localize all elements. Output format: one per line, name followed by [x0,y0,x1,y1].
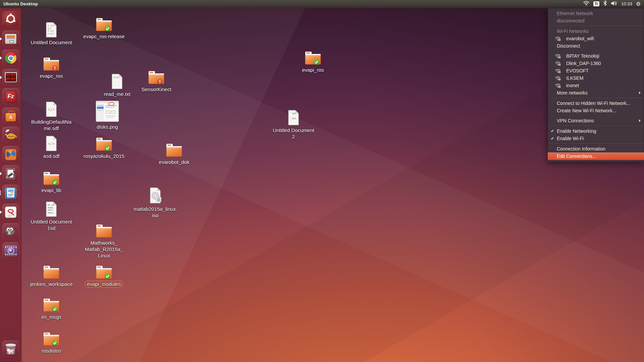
folder-icon [136,70,176,85]
wifi-icon[interactable] [583,1,590,7]
menu-separator [548,98,644,98]
bluetooth-icon[interactable] [603,0,607,7]
text-editor-icon [5,168,16,179]
icon-label: Untitled Document2 [255,127,332,140]
menu-item-dlink-dap-1360[interactable]: Dlink_DAP-1360 [548,60,644,67]
menu-item-connect-to-hidden-wi-fi-network[interactable]: Connect to Hidden Wi-Fi Network... [548,100,644,107]
folder-icon [293,51,333,66]
desktop-icon-im-msgs[interactable]: im_msgs [31,298,71,320]
network-menu: Ethernet NetworkdisconnectedWi-Fi Networ… [548,8,644,162]
launcher-item-swirl-app[interactable] [2,146,19,163]
menu-item-label: Wi-Fi Networks [557,28,589,34]
volume-icon[interactable] [611,1,618,7]
check-emblem [52,340,58,347]
launcher-item-trash[interactable] [2,341,19,357]
menu-item-label: Connect to Hidden Wi-Fi Network... [557,101,630,106]
menu-item-create-new-wi-fi-network[interactable]: Create New Wi-Fi Network... [548,107,644,114]
desktop-icon-untitled-document[interactable]: ''BDF''ROSUntitled Document2 [273,110,314,140]
menu-item-label: EVOSOFT [566,68,589,73]
menu-item-label: More networks [557,90,588,96]
session-gear-icon[interactable]: ⚙ [636,1,641,7]
desktop-icon-evapc-ros-release[interactable]: evapc_ros-release [84,17,124,40]
menu-item-enable-networking[interactable]: ✔Enable Networking [548,127,644,135]
menu-item-label: inonet [566,83,579,88]
launcher-item-text-editor[interactable] [2,165,19,182]
desktop-icon-rosyazokulu-2015[interactable]: rosyazokulu_2015 [84,137,124,160]
software-center-icon: A [5,110,16,121]
desktop-icon-evapc-ros[interactable]: evapc_ros [31,57,71,79]
launcher-item-video-editor[interactable] [2,242,19,259]
icon-label: Untitled Document [13,39,90,46]
menu-item-disconnect[interactable]: Disconnect [548,42,644,50]
check-emblem [105,274,110,281]
desktop-icon-evapi-lib[interactable]: evapi_lib [31,171,71,194]
video-editor-icon [5,245,17,256]
icon-label: evapi_lib [13,187,90,194]
folder-icon [84,137,124,152]
icon-label: evapc_ros [13,72,90,79]
menu-spacer [548,50,644,52]
launcher-item-terminal[interactable]: ›››› [2,69,19,86]
icon-label: evapi_ros [274,66,352,73]
menu-item-evarobot-wifi[interactable]: evarobot_wifi [548,35,644,42]
menu-item-label: Edit Connections... [557,154,596,159]
launcher-item-genie-lamp[interactable] [2,127,19,143]
desktop-icon-sensorkinect[interactable]: SensorKinect [136,70,176,93]
desktop-icon-mathworks-[interactable]: Mathworks_Matlab_R2015a_Linux [84,224,124,259]
document-viewer-icon [5,206,16,218]
running-indicator-arrow [0,172,2,175]
check-emblem [314,59,319,66]
icon-label: evarobot_dok [136,159,213,166]
menu-item-vpn-connections[interactable]: VPN Connections [548,117,644,124]
menu-item-ethernet-network: Ethernet Network [548,10,644,17]
menu-item-more-networks[interactable]: More networks [548,89,644,97]
libreoffice-writer-icon [5,187,16,199]
launcher-item-filezilla[interactable]: Fz [2,88,19,105]
running-indicator-pips [0,191,1,195]
desktop-icon-untitled-document[interactable]: ## p#####;##FI!####;Untitled Document1sd [31,201,71,232]
launcher-item-document-viewer[interactable] [2,204,19,221]
menu-item-biltay-teknoloji[interactable]: BilTAY Teknoloji [548,52,644,60]
system-tray: Tr 10:33 ⚙ [583,0,644,7]
swirl-app-icon [5,149,16,160]
menu-item-label: evarobot_wifi [566,36,594,41]
launcher-item-ubuntu-dash[interactable] [2,11,19,28]
launcher-item-software-center[interactable]: A [2,108,19,124]
running-indicator-arrow [0,56,2,60]
folder-icon [154,143,194,158]
checkmark-icon: ✔ [551,135,554,142]
launcher-item-files[interactable] [2,31,19,47]
menu-item-evosoft[interactable]: EVOSOFT [548,67,644,74]
menu-item-inonet[interactable]: inonet [548,82,644,89]
desktop-icon-matlab2015a-linux-[interactable]: matlab2015a_linux.iso [135,187,175,219]
text-icon: ## p#####;##FI!####; [31,201,71,218]
check-emblem [52,180,58,187]
launcher-item-gimp[interactable] [2,223,19,240]
folder-icon [31,298,71,313]
menu-item-enable-wi-fi[interactable]: ✔Enable Wi-Fi [548,135,644,142]
keyboard-layout-indicator[interactable]: Tr [593,1,599,6]
check-emblem [105,145,110,153]
running-indicator-arrow [0,210,2,214]
menu-item-ilksem[interactable]: ILKSEM [548,74,644,82]
launcher-item-libreoffice-writer[interactable] [2,185,19,201]
folder-icon [31,171,71,186]
desktop-icon-evapi-ros[interactable]: evapi_ros [293,51,333,73]
files-icon [5,34,16,44]
icon-label: Untitled Document1sd [13,218,90,232]
svg-text:##FI!: ##FI! [48,209,54,211]
desktop-icon-disks-png[interactable]: disks.png [87,101,127,130]
desktop-icon-evarobot-dok[interactable]: evarobot_dok [154,143,194,166]
menu-item-connection-information[interactable]: Connection Information [548,145,644,153]
launcher-item-chrome[interactable] [2,50,19,66]
menu-item-edit-connections[interactable]: Edit Connections... [548,153,644,160]
svg-text:''BDF: ''BDF [290,112,296,115]
filezilla-icon: Fz [5,91,16,102]
menu-item-label: Create New Wi-Fi Network... [557,108,616,113]
desktop-icon-evapi-modules[interactable]: evapi_modules [84,265,124,288]
menu-separator [548,26,644,26]
clock[interactable]: 10:33 [621,1,632,6]
desktop-icon-buildingdefaultna[interactable]: </>BuildingDefaultName.sdf [31,102,71,132]
desktop-icon-rosdistro[interactable]: rosdistro [31,332,71,354]
menu-item-label: Enable Wi-Fi [557,136,584,141]
